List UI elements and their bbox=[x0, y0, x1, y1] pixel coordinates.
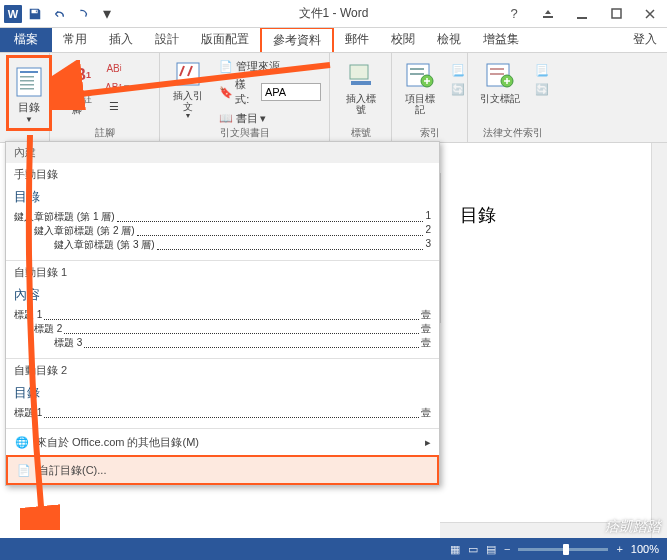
custom-toc-icon: 📄 bbox=[16, 462, 32, 478]
insert-endnote-button[interactable]: ABi bbox=[104, 59, 132, 77]
svg-rect-7 bbox=[20, 84, 34, 86]
svg-rect-17 bbox=[490, 68, 504, 70]
update-toa-button[interactable]: 🔄 bbox=[532, 80, 552, 98]
ribbon-group-citation: 插入引文 ▼ 📄管理來源... 🔖樣式: 📖書目 ▾ 引文與書目 bbox=[160, 53, 330, 142]
document-page[interactable]: 目錄 bbox=[440, 143, 667, 538]
style-input[interactable] bbox=[261, 83, 321, 101]
group-label-footnote: 註腳 bbox=[56, 124, 153, 142]
view-print-icon[interactable]: ▦ bbox=[450, 543, 460, 556]
manage-icon: 📄 bbox=[218, 58, 234, 74]
insert-index-button[interactable]: 📃 bbox=[448, 61, 468, 79]
citation-icon bbox=[172, 59, 204, 88]
group-label-citation: 引文與書目 bbox=[166, 124, 323, 142]
ribbon-group-caption: 插入標號 標號 bbox=[330, 53, 392, 142]
ribbon-group-index: 項目標記 📃🔄 索引 bbox=[392, 53, 468, 142]
svg-rect-11 bbox=[351, 81, 371, 85]
vertical-scrollbar[interactable] bbox=[651, 143, 667, 538]
svg-rect-1 bbox=[577, 17, 587, 19]
view-read-icon[interactable]: ▭ bbox=[468, 543, 478, 556]
ribbon-group-toc: 目錄 ▼ bbox=[0, 53, 50, 142]
toc-custom-option[interactable]: 📄 自訂目錄(C)... bbox=[6, 455, 439, 485]
save-button[interactable] bbox=[24, 3, 46, 25]
toc-option-auto2[interactable]: 自動目錄 2 目錄 標題 1壹 bbox=[6, 359, 439, 428]
svg-rect-6 bbox=[20, 80, 34, 82]
maximize-button[interactable] bbox=[599, 3, 633, 25]
tab-references[interactable]: 參考資料 bbox=[260, 27, 334, 52]
toc-dropdown-menu: 內建 手動目錄 目錄 鍵入章節標題 (第 1 層)1 鍵入章節標題 (第 2 層… bbox=[5, 141, 440, 486]
office-icon: 🌐 bbox=[14, 434, 30, 450]
sign-in-link[interactable]: 登入 bbox=[623, 27, 667, 52]
toc-button[interactable]: 目錄 ▼ bbox=[6, 55, 52, 131]
svg-rect-14 bbox=[410, 73, 424, 75]
svg-rect-8 bbox=[20, 88, 34, 90]
ribbon-options-button[interactable] bbox=[531, 3, 565, 25]
toc-button-label: 目錄 bbox=[18, 100, 40, 115]
svg-rect-10 bbox=[350, 65, 368, 79]
group-label-caption: 標號 bbox=[336, 124, 385, 142]
citation-style-dropdown[interactable]: 🔖樣式: bbox=[216, 76, 323, 108]
document-heading: 目錄 bbox=[450, 163, 657, 227]
toc-section-builtin: 內建 bbox=[6, 142, 439, 163]
help-button[interactable]: ? bbox=[497, 3, 531, 25]
tab-mailings[interactable]: 郵件 bbox=[334, 27, 380, 52]
update-index-button[interactable]: 🔄 bbox=[448, 80, 468, 98]
tab-layout[interactable]: 版面配置 bbox=[190, 27, 260, 52]
undo-button[interactable] bbox=[48, 3, 70, 25]
toc-more-office[interactable]: 🌐 來自於 Office.com 的其他目錄(M) ▸ bbox=[6, 428, 439, 455]
redo-button[interactable] bbox=[72, 3, 94, 25]
legal-icon bbox=[484, 59, 516, 91]
close-button[interactable] bbox=[633, 3, 667, 25]
manage-sources-button[interactable]: 📄管理來源... bbox=[216, 57, 323, 75]
endnote-icon: ABi bbox=[106, 60, 122, 76]
zoom-in-button[interactable]: + bbox=[616, 543, 622, 555]
titlebar: W ▾ 文件1 - Word ? bbox=[0, 0, 667, 28]
insert-citation-button[interactable]: 插入引文 ▼ bbox=[166, 55, 210, 123]
chevron-down-icon: ▼ bbox=[25, 115, 33, 124]
ribbon-tabs: 檔案 常用 插入 設計 版面配置 參考資料 郵件 校閱 檢視 增益集 登入 bbox=[0, 28, 667, 53]
view-web-icon[interactable]: ▤ bbox=[486, 543, 496, 556]
svg-rect-5 bbox=[20, 76, 34, 78]
toc-icon bbox=[13, 66, 45, 98]
chevron-down-icon: ▼ bbox=[185, 112, 192, 119]
insert-caption-button[interactable]: 插入標號 bbox=[336, 55, 385, 123]
index-icon bbox=[404, 59, 436, 91]
tab-insert[interactable]: 插入 bbox=[98, 27, 144, 52]
svg-rect-0 bbox=[543, 16, 553, 18]
tab-review[interactable]: 校閱 bbox=[380, 27, 426, 52]
tab-home[interactable]: 常用 bbox=[52, 27, 98, 52]
tab-file[interactable]: 檔案 bbox=[0, 27, 52, 52]
insert-footnote-button[interactable]: AB1 插入註腳 bbox=[56, 55, 98, 123]
tab-addins[interactable]: 增益集 bbox=[472, 27, 530, 52]
svg-rect-18 bbox=[490, 73, 504, 75]
mark-citation-button[interactable]: 引文標記 bbox=[474, 55, 526, 123]
ribbon-group-footnote: AB1 插入註腳 ABi AB1▾ ☰ 註腳 bbox=[50, 53, 160, 142]
zoom-out-button[interactable]: − bbox=[504, 543, 510, 555]
group-label-legal: 法律文件索引 bbox=[474, 124, 552, 142]
toc-option-auto1[interactable]: 自動目錄 1 內容 標題 1壹 標題 2壹 標題 3壹 bbox=[6, 261, 439, 359]
zoom-level[interactable]: 100% bbox=[631, 543, 659, 555]
mark-index-button[interactable]: 項目標記 bbox=[398, 55, 442, 123]
show-notes-button[interactable]: ☰ bbox=[104, 97, 132, 115]
group-label-index: 索引 bbox=[398, 124, 461, 142]
chevron-right-icon: ▸ bbox=[425, 436, 431, 449]
footnote-icon: AB1 bbox=[61, 59, 93, 91]
minimize-button[interactable] bbox=[565, 3, 599, 25]
svg-rect-4 bbox=[20, 71, 38, 73]
word-app-icon: W bbox=[4, 5, 22, 23]
window-controls: ? bbox=[497, 3, 667, 25]
next-footnote-icon: AB1 bbox=[106, 79, 122, 95]
toc-option-manual[interactable]: 手動目錄 目錄 鍵入章節標題 (第 1 層)1 鍵入章節標題 (第 2 層)2 … bbox=[6, 163, 439, 261]
window-title: 文件1 - Word bbox=[299, 5, 369, 22]
tab-design[interactable]: 設計 bbox=[144, 27, 190, 52]
svg-rect-2 bbox=[612, 9, 621, 18]
qat-customize[interactable]: ▾ bbox=[96, 3, 118, 25]
statusbar: ▦ ▭ ▤ − + 100% bbox=[0, 538, 667, 560]
ribbon: 目錄 ▼ AB1 插入註腳 ABi AB1▾ ☰ 註腳 插入引文 ▼ bbox=[0, 53, 667, 143]
quick-access-toolbar: W ▾ bbox=[0, 3, 118, 25]
insert-toa-button[interactable]: 📃 bbox=[532, 61, 552, 79]
style-icon: 🔖 bbox=[218, 84, 233, 100]
watermark: 痞凱踏踏 bbox=[605, 518, 661, 536]
next-footnote-button[interactable]: AB1▾ bbox=[104, 78, 132, 96]
tab-view[interactable]: 檢視 bbox=[426, 27, 472, 52]
zoom-slider[interactable] bbox=[518, 548, 608, 551]
